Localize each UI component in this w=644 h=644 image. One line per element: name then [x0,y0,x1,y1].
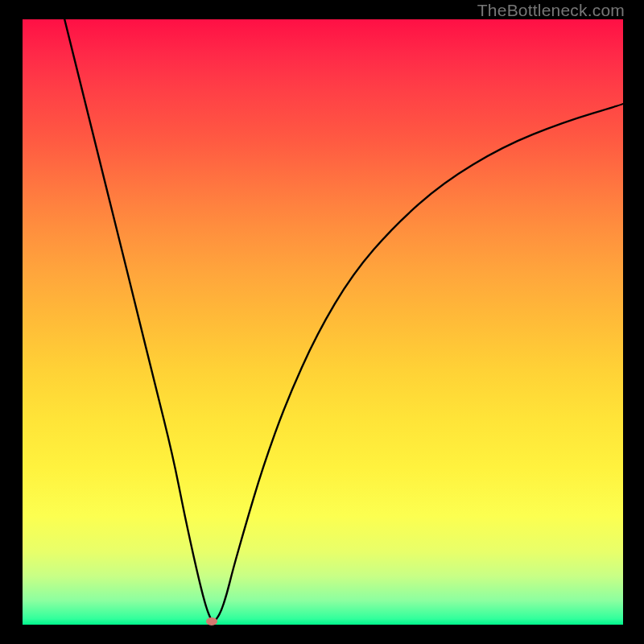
optimum-marker [206,617,217,625]
plot-area [23,19,623,625]
bottleneck-curve [64,19,623,621]
curve-svg [23,19,623,625]
watermark-text: TheBottleneck.com [477,1,625,20]
